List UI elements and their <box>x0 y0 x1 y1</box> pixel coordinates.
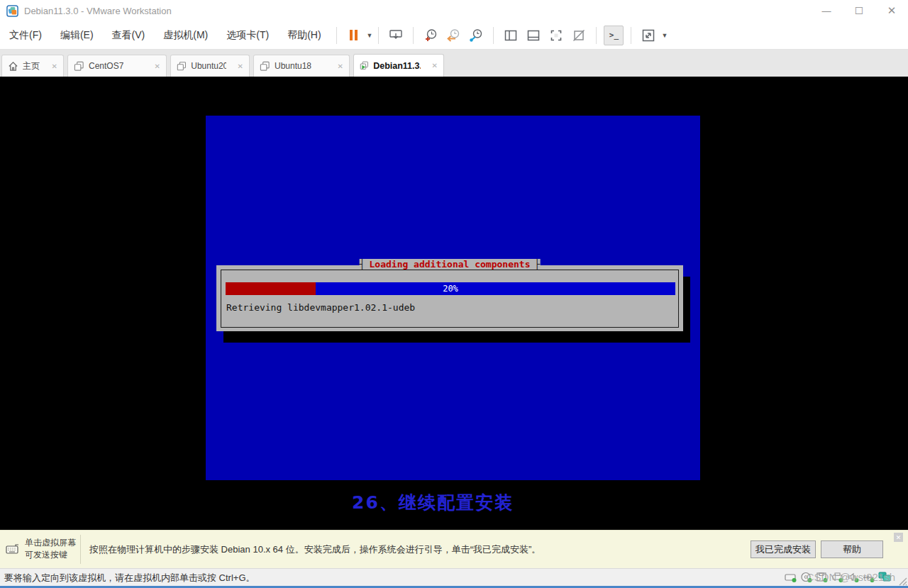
send-ctrl-alt-del-icon <box>388 28 404 43</box>
menu-vm[interactable]: 虚拟机(M) <box>154 26 217 45</box>
usb-icon[interactable] <box>863 572 875 583</box>
network-adapter-icon[interactable] <box>878 571 892 583</box>
floppy-icon[interactable] <box>816 572 829 583</box>
take-snapshot-button[interactable] <box>421 26 441 45</box>
hint-bar: 单击虚拟屏幕 可发送按键 按照在物理计算机中的步骤安装 Debian 10.x … <box>0 530 908 568</box>
menu-file[interactable]: 文件(F) <box>0 26 51 45</box>
hard-disk-icon[interactable] <box>785 572 797 583</box>
minimize-icon[interactable]: — <box>810 0 843 21</box>
vmware-workstation-window: Debian11.3.0 - VMware Workstation — ☐ ✕ … <box>0 0 908 588</box>
vm-icon <box>260 61 270 72</box>
tab-close-icon[interactable]: ✕ <box>426 62 438 70</box>
tab-close-icon[interactable]: ✕ <box>149 62 160 70</box>
printer-icon[interactable] <box>831 572 844 583</box>
menu-help[interactable]: 帮助(H) <box>278 26 330 45</box>
fit-guest-icon <box>641 28 656 43</box>
progress-status-text: Retrieving libdevmapper1.02.1-udeb <box>226 302 415 313</box>
take-snapshot-icon <box>423 28 438 43</box>
status-message: 要将输入定向到该虚拟机，请在虚拟机内部单击或按 Ctrl+G。 <box>4 572 255 584</box>
tab-close-icon[interactable]: ✕ <box>46 62 57 70</box>
hint-divider <box>80 535 81 564</box>
fullscreen-button[interactable] <box>546 26 566 45</box>
toolbar-separator <box>631 27 631 44</box>
menu-tabs[interactable]: 选项卡(T) <box>217 26 278 45</box>
pause-dropdown-icon[interactable]: ▼ <box>367 32 373 39</box>
unity-mode-icon <box>571 28 587 43</box>
installer-dialog: ┤ Loading additional components ├ 20% Re… <box>216 265 683 331</box>
manage-snapshots-button[interactable] <box>466 26 486 45</box>
toolbar-separator <box>378 27 379 44</box>
status-bar: 要将输入定向到该虚拟机，请在虚拟机内部单击或按 Ctrl+G。 <box>0 568 908 588</box>
console-view-icon: >_ <box>609 30 619 40</box>
vmware-logo-icon[interactable] <box>6 5 18 17</box>
tutorial-caption: 26、继续配置安装 <box>206 491 660 514</box>
pause-button[interactable] <box>344 26 364 45</box>
hint-message: 按照在物理计算机中的步骤安装 Debian 10.x 64 位。安装完成后，操作… <box>89 531 541 569</box>
tabbar: 主页 ✕ CentOS7 ✕ Ubuntu20 ✕ Ubuntu18 ✕ <box>0 50 908 77</box>
send-ctrl-alt-del-button[interactable] <box>386 26 406 45</box>
unity-mode-button[interactable] <box>569 26 589 45</box>
send-keys-hint: 单击虚拟屏幕 可发送按键 <box>6 537 76 561</box>
tab-ubuntu20[interactable]: Ubuntu20 ✕ <box>170 55 250 77</box>
title-bracket-left: ┤ <box>360 259 365 270</box>
vm-icon <box>177 61 187 72</box>
sound-icon[interactable] <box>847 572 860 583</box>
tab-label: Debian11.3.0 <box>373 61 420 71</box>
title-bracket-right: ├ <box>534 259 540 270</box>
tab-centos7[interactable]: CentOS7 ✕ <box>67 55 167 77</box>
revert-snapshot-icon <box>445 28 461 43</box>
toolbar-separator <box>493 27 494 44</box>
fit-guest-dropdown-icon[interactable]: ▼ <box>661 32 668 39</box>
dialog-frame <box>221 270 679 328</box>
help-button[interactable]: 帮助 <box>821 540 883 558</box>
resize-grip[interactable] <box>897 576 907 586</box>
revert-snapshot-button[interactable] <box>443 26 463 45</box>
close-icon[interactable]: ✕ <box>875 0 908 21</box>
send-keys-hint-line2: 可发送按键 <box>25 549 76 561</box>
home-icon <box>8 61 18 72</box>
toolbar-separator <box>596 27 597 44</box>
toolbar-separator <box>413 27 414 44</box>
maximize-icon[interactable]: ☐ <box>843 0 875 21</box>
show-library-icon <box>503 28 519 43</box>
finish-install-button[interactable]: 我已完成安装 <box>751 540 816 558</box>
progress-percent: 20% <box>226 284 675 294</box>
device-status-icons <box>785 571 892 583</box>
send-keys-hint-line1: 单击虚拟屏幕 <box>25 537 76 549</box>
tab-close-icon[interactable]: ✕ <box>232 62 243 70</box>
hint-close-icon[interactable]: ✕ <box>894 533 903 542</box>
window-title: Debian11.3.0 - VMware Workstation <box>24 6 172 16</box>
fullscreen-icon <box>548 28 564 43</box>
fit-guest-button[interactable] <box>638 26 658 45</box>
cd-rom-icon[interactable] <box>800 572 813 583</box>
toolbar-separator <box>336 27 337 44</box>
tab-label: Ubuntu20 <box>191 61 226 71</box>
console-view-button[interactable]: >_ <box>604 26 624 45</box>
tab-label: CentOS7 <box>89 61 123 71</box>
tab-close-icon[interactable]: ✕ <box>332 62 343 70</box>
debian-installer-screen: ┤ Loading additional components ├ 20% Re… <box>206 116 700 480</box>
manage-snapshots-icon <box>468 28 484 43</box>
menubar: 文件(F) 编辑(E) 查看(V) 虚拟机(M) 选项卡(T) 帮助(H) ▼ <box>0 21 908 50</box>
tab-ubuntu18[interactable]: Ubuntu18 ✕ <box>253 55 350 77</box>
show-thumbnail-bar-icon <box>526 28 541 43</box>
menu-edit[interactable]: 编辑(E) <box>51 26 103 45</box>
progress-bar: 20% <box>226 282 675 295</box>
dialog-title: Loading additional components <box>365 259 535 270</box>
pause-icon <box>350 30 358 40</box>
vm-running-icon <box>360 60 369 71</box>
menu-view[interactable]: 查看(V) <box>103 26 155 45</box>
tab-label: 主页 <box>23 60 40 72</box>
titlebar: Debian11.3.0 - VMware Workstation — ☐ ✕ <box>0 0 908 21</box>
show-library-button[interactable] <box>501 26 521 45</box>
show-thumbnail-bar-button[interactable] <box>524 26 543 45</box>
tab-label: Ubuntu18 <box>275 61 311 71</box>
vm-display[interactable]: ┤ Loading additional components ├ 20% Re… <box>0 77 908 530</box>
dialog-title-row: ┤ Loading additional components ├ <box>360 259 541 270</box>
tab-debian[interactable]: Debian11.3.0 ✕ <box>353 54 444 77</box>
keyboard-icon <box>6 543 20 555</box>
vm-icon <box>74 61 84 72</box>
tab-home[interactable]: 主页 ✕ <box>1 55 64 77</box>
